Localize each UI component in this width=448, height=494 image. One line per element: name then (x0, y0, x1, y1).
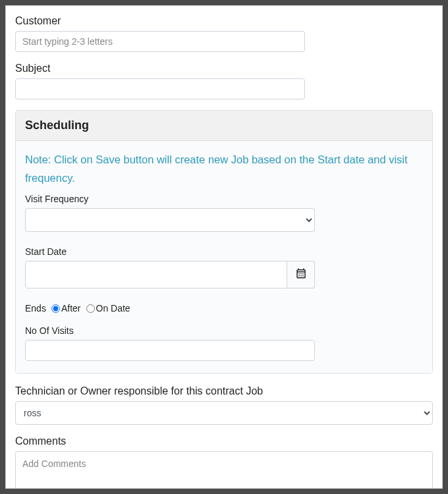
no-of-visits-input[interactable] (25, 340, 315, 361)
visit-frequency-field: Visit Frequency (25, 194, 423, 232)
technician-label: Technician or Owner responsible for this… (15, 385, 433, 397)
ends-on-date-option[interactable]: On Date (86, 303, 130, 314)
start-date-label: Start Date (25, 246, 423, 257)
subject-input[interactable] (15, 78, 305, 99)
ends-on-date-text: On Date (96, 303, 130, 314)
ends-after-option[interactable]: After (51, 303, 81, 314)
scheduling-header: Scheduling (16, 111, 432, 141)
scheduling-note: Note: Click on Save button will create n… (25, 150, 423, 187)
no-of-visits-field: No Of Visits (25, 325, 423, 361)
subject-label: Subject (15, 63, 433, 74)
ends-after-text: After (61, 303, 81, 314)
visit-frequency-select[interactable] (25, 208, 315, 232)
comments-field-group: Comments (15, 435, 433, 489)
subject-field-group: Subject (15, 63, 433, 99)
visit-frequency-label: Visit Frequency (25, 194, 423, 204)
technician-select[interactable]: ross (15, 401, 433, 425)
technician-field-group: Technician or Owner responsible for this… (15, 385, 433, 425)
no-of-visits-label: No Of Visits (25, 325, 423, 336)
scheduling-body: Note: Click on Save button will create n… (16, 141, 432, 373)
customer-label: Customer (15, 15, 433, 27)
ends-row: Ends After On Date (25, 303, 423, 314)
ends-on-date-radio[interactable] (86, 304, 95, 313)
customer-field-group: Customer (15, 15, 433, 52)
form-container: Customer Subject Scheduling Note: Click … (5, 5, 443, 489)
ends-label: Ends (25, 303, 46, 314)
start-date-input[interactable] (25, 261, 287, 288)
comments-label: Comments (15, 435, 433, 447)
start-date-field: Start Date (25, 246, 423, 288)
start-date-row (25, 261, 315, 288)
ends-after-radio[interactable] (51, 304, 60, 313)
calendar-icon (295, 267, 307, 282)
calendar-button[interactable] (287, 261, 315, 288)
scheduling-panel: Scheduling Note: Click on Save button wi… (15, 110, 433, 373)
customer-input[interactable] (15, 31, 305, 52)
comments-textarea[interactable] (15, 451, 433, 489)
